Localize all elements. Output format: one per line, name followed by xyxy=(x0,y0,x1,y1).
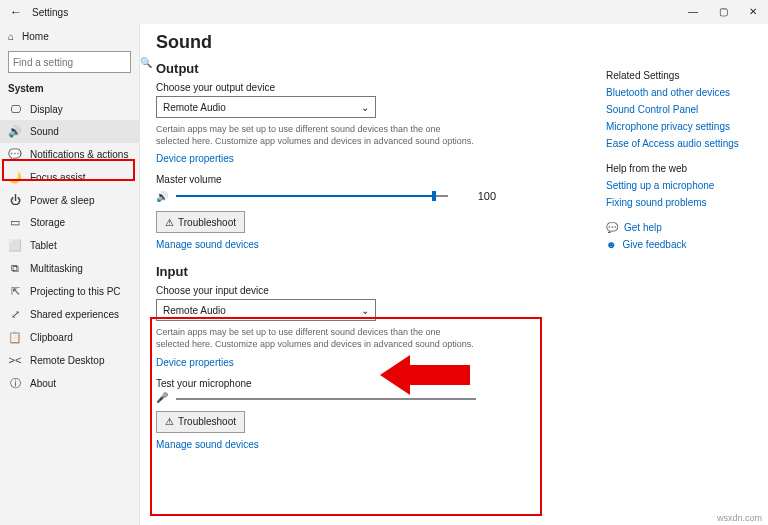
link-mic-privacy[interactable]: Microphone privacy settings xyxy=(606,121,756,132)
home-icon: ⌂ xyxy=(8,31,14,42)
sound-icon: 🔊 xyxy=(8,125,22,138)
input-heading: Input xyxy=(156,264,756,279)
output-troubleshoot-button[interactable]: ⚠ Troubleshoot xyxy=(156,211,245,233)
close-button[interactable]: ✕ xyxy=(738,0,768,24)
input-choose-label: Choose your input device xyxy=(156,285,756,296)
home-label: Home xyxy=(22,31,49,42)
sidebar-item-tablet[interactable]: ⬜Tablet xyxy=(0,234,139,257)
feedback-icon: ☻ xyxy=(606,239,617,250)
remote-icon: >< xyxy=(8,354,22,366)
tablet-icon: ⬜ xyxy=(8,239,22,252)
sidebar-item-multitasking[interactable]: ⧉Multitasking xyxy=(0,257,139,280)
sidebar-section-system: System xyxy=(0,79,139,98)
output-device-properties-link[interactable]: Device properties xyxy=(156,153,234,164)
input-troubleshoot-button[interactable]: ⚠ Troubleshoot xyxy=(156,411,245,433)
sidebar-item-shared-experiences[interactable]: ⤢Shared experiences xyxy=(0,303,139,326)
chat-icon: 💬 xyxy=(606,222,618,233)
storage-icon: ▭ xyxy=(8,216,22,229)
link-setup-mic[interactable]: Setting up a microphone xyxy=(606,180,756,191)
search-box[interactable]: 🔍 xyxy=(8,51,131,73)
sidebar-item-storage[interactable]: ▭Storage xyxy=(0,211,139,234)
search-input[interactable] xyxy=(13,57,140,68)
related-settings-heading: Related Settings xyxy=(606,70,756,81)
sidebar-item-clipboard[interactable]: 📋Clipboard xyxy=(0,326,139,349)
sidebar-item-home[interactable]: ⌂ Home xyxy=(0,26,139,47)
sidebar-item-remote-desktop[interactable]: ><Remote Desktop xyxy=(0,349,139,371)
link-bluetooth[interactable]: Bluetooth and other devices xyxy=(606,87,756,98)
input-device-properties-link[interactable]: Device properties xyxy=(156,357,234,368)
output-device-select[interactable]: Remote Audio ⌄ xyxy=(156,96,376,118)
microphone-icon: 🎤 xyxy=(156,392,168,403)
sidebar-item-about[interactable]: ⓘAbout xyxy=(0,371,139,396)
help-web-heading: Help from the web xyxy=(606,163,756,174)
test-mic-label: Test your microphone xyxy=(156,378,756,389)
about-icon: ⓘ xyxy=(8,376,22,391)
chevron-down-icon: ⌄ xyxy=(361,102,369,113)
sidebar-item-display[interactable]: 🖵Display xyxy=(0,98,139,120)
give-feedback-link[interactable]: ☻Give feedback xyxy=(606,239,756,250)
page-title: Sound xyxy=(156,32,756,53)
input-device-select[interactable]: Remote Audio ⌄ xyxy=(156,299,376,321)
master-volume-slider[interactable] xyxy=(176,189,448,203)
output-device-value: Remote Audio xyxy=(163,102,226,113)
speaker-icon: 🔊 xyxy=(156,191,168,202)
warning-icon: ⚠ xyxy=(165,217,174,228)
sidebar-item-sound[interactable]: 🔊Sound xyxy=(0,120,139,143)
shared-icon: ⤢ xyxy=(8,308,22,321)
projecting-icon: ⇱ xyxy=(8,285,22,298)
window-title: Settings xyxy=(32,7,68,18)
get-help-link[interactable]: 💬Get help xyxy=(606,222,756,233)
sidebar: ⌂ Home 🔍 System 🖵Display 🔊Sound 💬Notific… xyxy=(0,24,140,525)
clipboard-icon: 📋 xyxy=(8,331,22,344)
back-button[interactable]: ← xyxy=(8,5,24,19)
link-ease-of-access-audio[interactable]: Ease of Access audio settings xyxy=(606,138,756,149)
multitask-icon: ⧉ xyxy=(8,262,22,275)
sidebar-item-focus-assist[interactable]: 🌙Focus assist xyxy=(0,166,139,189)
link-fix-sound[interactable]: Fixing sound problems xyxy=(606,197,756,208)
input-hint: Certain apps may be set up to use differ… xyxy=(156,327,476,350)
link-sound-control-panel[interactable]: Sound Control Panel xyxy=(606,104,756,115)
sidebar-item-power-sleep[interactable]: ⏻Power & sleep xyxy=(0,189,139,211)
display-icon: 🖵 xyxy=(8,103,22,115)
focus-icon: 🌙 xyxy=(8,171,22,184)
output-hint: Certain apps may be set up to use differ… xyxy=(156,124,476,147)
chevron-down-icon: ⌄ xyxy=(361,305,369,316)
microphone-level-bar xyxy=(176,398,476,400)
power-icon: ⏻ xyxy=(8,194,22,206)
output-manage-devices-link[interactable]: Manage sound devices xyxy=(156,239,259,250)
input-device-value: Remote Audio xyxy=(163,305,226,316)
watermark: wsxdn.com xyxy=(717,513,762,523)
main-content: Sound Output Choose your output device R… xyxy=(140,24,768,525)
input-manage-devices-link[interactable]: Manage sound devices xyxy=(156,439,259,450)
master-volume-value: 100 xyxy=(456,190,496,202)
minimize-button[interactable]: — xyxy=(678,0,708,24)
sidebar-item-notifications[interactable]: 💬Notifications & actions xyxy=(0,143,139,166)
maximize-button[interactable]: ▢ xyxy=(708,0,738,24)
sidebar-item-projecting[interactable]: ⇱Projecting to this PC xyxy=(0,280,139,303)
notifications-icon: 💬 xyxy=(8,148,22,161)
right-panel: Related Settings Bluetooth and other dev… xyxy=(606,70,756,256)
warning-icon: ⚠ xyxy=(165,416,174,427)
